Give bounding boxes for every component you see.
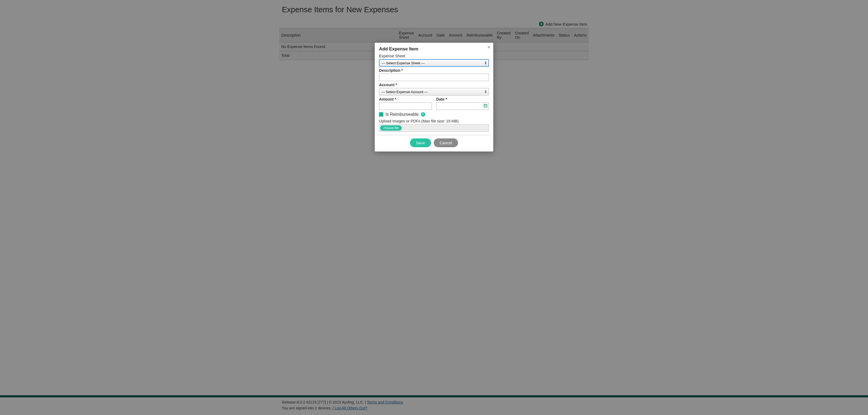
add-expense-item-modal: × Add Expense Item Expense Sheet — Selec…: [375, 43, 493, 151]
amount-input[interactable]: [379, 102, 432, 110]
choose-file-button[interactable]: choose file: [380, 125, 402, 131]
cancel-button[interactable]: Cancel: [434, 138, 458, 147]
modal-divider: [377, 135, 491, 135]
upload-area[interactable]: choose file: [379, 124, 489, 132]
account-select[interactable]: — Select Expense Account —: [379, 88, 489, 96]
is-reimburseable-label: Is Reimburseable: [385, 112, 419, 117]
modal-title: Add Expense Item: [379, 46, 489, 52]
help-icon[interactable]: ?: [421, 112, 425, 116]
upload-label: Upload Images or PDFs (Max file size: 19…: [379, 119, 489, 123]
date-label: Date *: [436, 97, 489, 101]
date-input[interactable]: [436, 102, 489, 110]
account-label: Account *: [379, 83, 489, 87]
amount-label: Amount *: [379, 97, 432, 101]
is-reimburseable-checkbox[interactable]: ✓: [379, 112, 383, 116]
description-input[interactable]: [379, 74, 489, 81]
description-label: Description *: [379, 68, 489, 73]
save-button[interactable]: Save: [410, 138, 431, 147]
expense-sheet-label: Expense Sheet: [379, 54, 489, 58]
modal-close-button[interactable]: ×: [488, 45, 490, 49]
expense-sheet-select[interactable]: — Select Expense Sheet —: [379, 59, 489, 67]
